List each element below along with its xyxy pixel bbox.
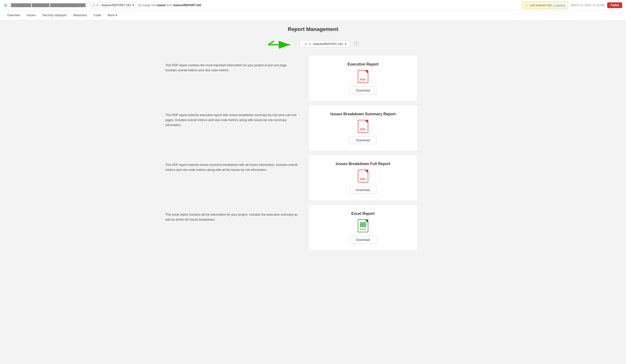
branch-arrow-icon: ▾	[132, 3, 134, 7]
help-icon[interactable]: ?	[354, 41, 359, 46]
grid-icon: ⊞	[4, 3, 7, 8]
report-desc-executive: This PDF report contains the most import…	[156, 55, 308, 101]
report-title-issues-breakdown-summary: Issues Breakdown Summary Report	[330, 112, 396, 116]
nav-item-measures[interactable]: Measures	[70, 10, 90, 20]
failed-badge: Failed	[607, 2, 622, 8]
nav-item-more[interactable]: More ▾	[104, 10, 120, 20]
download-button-excel[interactable]: Download	[349, 236, 377, 244]
nav-item-code[interactable]: Code	[90, 10, 104, 20]
pdf-icon-issues-breakdown-summary: PDF	[357, 119, 369, 133]
nav-item-issues[interactable]: Issues	[23, 10, 39, 20]
report-desc-issues-breakdown-full: This PDF report extends issues summary b…	[156, 155, 308, 201]
download-button-executive[interactable]: Download	[349, 86, 377, 94]
nav-bar: Overview Issues Security Hotspots Measur…	[0, 10, 626, 20]
pdf-icon-issues-breakdown-full: PDF	[357, 169, 369, 183]
report-branch-dropdown[interactable]: ⎇ 1 - feature/REPORT-242 ▾	[300, 40, 350, 47]
report-section-executive: This PDF report contains the most import…	[156, 55, 470, 101]
branch-icon: ⎇	[91, 3, 95, 7]
green-arrow-icon	[267, 39, 296, 49]
report-card-excel: Excel Report XLSX Download	[308, 205, 418, 251]
top-bar-left: ⊞ █████████ ████████ ████████████████ ⎇ …	[4, 2, 519, 8]
warning-link[interactable]: 1 warning	[553, 3, 565, 7]
nav-item-overview[interactable]: Overview	[4, 10, 23, 20]
project-name: █████████ ████████ ████████████████	[9, 3, 87, 7]
nav-item-security-hotspots[interactable]: Security Hotspots	[39, 10, 70, 20]
top-bar-right: ⚠ Last analysis had 1 warning March 13, …	[522, 2, 622, 9]
download-button-issues-breakdown-summary[interactable]: Download	[349, 136, 377, 144]
report-card-issues-breakdown-full: Issues Breakdown Full Report PDF Downloa…	[308, 155, 418, 201]
report-section-excel: This excel report contains all the infor…	[156, 205, 470, 251]
warning-badge: ⚠ Last analysis had 1 warning	[522, 2, 568, 9]
timestamp: March 13, 2023, 11:18 AM	[571, 3, 605, 7]
report-card-executive: Executive Report PDF Download	[308, 55, 418, 101]
report-title-executive: Executive Report	[348, 62, 379, 66]
report-desc-issues-breakdown-summary: This PDF report extends executive report…	[156, 105, 308, 151]
warning-text: Last analysis had	[530, 3, 552, 7]
top-bar: ⊞ █████████ ████████ ████████████████ ⎇ …	[0, 0, 626, 10]
xlsx-icon-excel: XLSX	[357, 219, 369, 233]
report-card-issues-breakdown-summary: Issues Breakdown Summary Report PDF Down…	[308, 105, 418, 151]
download-button-issues-breakdown-full[interactable]: Download	[349, 186, 377, 194]
warning-icon: ⚠	[525, 3, 528, 7]
branch-label: 1 – feature/REPORT-242	[96, 3, 131, 7]
merge-info: for merge into master from feature/REPOR…	[138, 3, 201, 7]
report-sections: This PDF report contains the most import…	[156, 55, 470, 251]
branch-selector[interactable]: ⎇ 1 – feature/REPORT-242 ▾	[89, 2, 136, 8]
arrow-container	[267, 39, 296, 49]
branch-row: ⎇ 1 - feature/REPORT-242 ▾ ?	[156, 39, 470, 49]
report-title-excel: Excel Report	[351, 211, 375, 216]
report-desc-excel: This excel report contains all the infor…	[156, 205, 308, 251]
report-title-issues-breakdown-full: Issues Breakdown Full Report	[336, 162, 390, 166]
branch-dropdown-icon: ⎇	[303, 42, 307, 46]
pdf-icon-executive: PDF	[357, 69, 369, 84]
page-title: Report Management	[156, 26, 470, 32]
main-content: Report Management ⎇ 1 - feature/REPORT-2…	[146, 20, 480, 260]
branch-dropdown-label: 1 - feature/REPORT-242	[309, 42, 343, 46]
branch-dropdown-arrow: ▾	[345, 42, 347, 46]
report-section-issues-breakdown-full: This PDF report extends issues summary b…	[156, 155, 470, 201]
report-section-issues-breakdown-summary: This PDF report extends executive report…	[156, 105, 470, 151]
